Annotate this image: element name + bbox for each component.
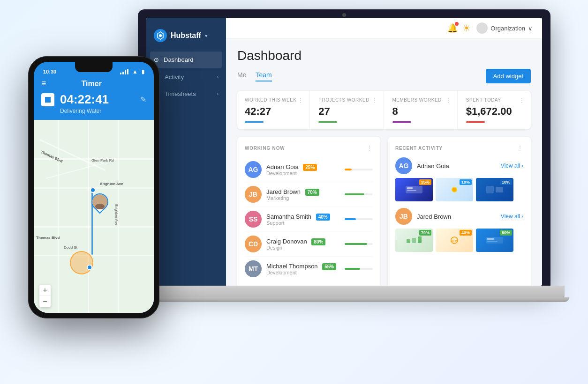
sidebar-activity-label: Activity xyxy=(165,74,184,81)
zoom-in-button[interactable]: + xyxy=(39,285,51,296)
thumb-badge-1-2: 80% xyxy=(500,230,512,236)
view-all-1[interactable]: View all › xyxy=(501,213,523,220)
add-widget-button[interactable]: Add widget xyxy=(486,69,531,83)
dashboard-area: Dashboard Me Team Add widget ⋮ WORKED TH… xyxy=(226,39,542,286)
stop-button[interactable] xyxy=(41,93,54,106)
svg-rect-2 xyxy=(406,186,422,193)
org-selector[interactable]: Organization ∨ xyxy=(476,22,533,34)
street-label-3: Brighton Ave xyxy=(100,182,123,186)
worker-name-3: Craig Donovan 80% xyxy=(266,238,340,245)
phone-status-icons: ▲ ▮ xyxy=(120,68,144,75)
menu-icon[interactable]: ≡ xyxy=(41,79,46,89)
worker-badge-4: 55% xyxy=(322,263,336,270)
stat-value-1: 42:27 xyxy=(245,105,302,118)
worker-avatar-3: CD xyxy=(245,236,262,252)
tab-me[interactable]: Me xyxy=(237,71,246,81)
stat-menu-1[interactable]: ⋮ xyxy=(297,96,304,104)
main-content: 🔔 ☀ Organization ∨ Dashboard xyxy=(226,18,542,286)
street-label-4: Brighton Ave xyxy=(114,204,119,225)
stat-value-2: 27 xyxy=(318,105,376,118)
street-label-1: Thomas Blvd xyxy=(40,150,63,163)
thumb-0-1: 10% xyxy=(436,178,473,201)
svg-text:NEW: NEW xyxy=(451,239,459,243)
phone-screen: 10:30 ▲ ▮ ≡ Timer xyxy=(34,62,154,313)
worker-dept-2: Support xyxy=(266,220,340,226)
stat-bar-3 xyxy=(392,121,411,123)
worker-name-1: Jared Brown 70% xyxy=(266,188,340,195)
stat-menu-2[interactable]: ⋮ xyxy=(371,96,378,104)
thumb-badge-0-0: 25% xyxy=(419,179,431,185)
timesheets-chevron: › xyxy=(217,91,219,96)
recent-activity-title: RECENT ACTIVITY xyxy=(395,146,443,151)
notification-dot xyxy=(455,22,459,26)
tab-team[interactable]: Team xyxy=(256,71,271,81)
phone-device: 10:30 ▲ ▮ ≡ Timer xyxy=(28,56,159,318)
battery-icon: ▮ xyxy=(142,69,144,75)
signal-icon xyxy=(120,69,128,74)
notifications-icon[interactable]: 🔔 xyxy=(447,23,458,33)
svg-point-18 xyxy=(95,204,105,209)
settings-sun-icon[interactable]: ☀ xyxy=(462,22,471,34)
stat-menu-4[interactable]: ⋮ xyxy=(519,96,525,104)
worker-badge-3: 80% xyxy=(311,238,325,245)
app-name: Hubstaff xyxy=(171,31,201,40)
laptop-screen: Hubstaff ▾ ⊙ Dashboard 〜 Activity › ⏱ Ti… xyxy=(146,18,542,286)
stat-label-2: PROJECTS WORKED xyxy=(318,97,376,103)
worker-row-4: MT Michael Thompson 55% Development xyxy=(245,257,373,281)
bottom-row: WORKING NOW ⋮ AG Adrian Goia 25% xyxy=(237,137,531,286)
stat-menu-3[interactable]: ⋮ xyxy=(445,96,452,104)
stat-spent-today: ⋮ SPENT TODAY $1,672.00 xyxy=(459,91,531,129)
stat-projects-worked: ⋮ PROJECTS WORKED 27 xyxy=(311,91,384,129)
thumb-badge-0-2: 10% xyxy=(500,179,512,185)
street-label-6: Glen Park Rd xyxy=(91,158,114,162)
stats-row: ⋮ WORKED THIS WEEK 42:27 ⋮ PROJECTS WORK… xyxy=(237,91,531,129)
worker-badge-0: 25% xyxy=(303,164,317,171)
thumb-1-0: 70% xyxy=(395,229,433,252)
laptop-base xyxy=(124,286,565,299)
phone-bezel: 10:30 ▲ ▮ ≡ Timer xyxy=(28,56,159,318)
worker-badge-1: 70% xyxy=(305,189,319,196)
tab-bar: Me Team Add widget xyxy=(237,69,531,83)
logo-chevron: ▾ xyxy=(205,33,207,38)
worker-info-3: Craig Donovan 80% Design xyxy=(266,238,340,251)
hubstaff-logo-icon xyxy=(154,29,167,42)
working-now-header: WORKING NOW ⋮ xyxy=(245,144,373,152)
worker-dept-3: Design xyxy=(266,245,340,251)
recent-activity-menu[interactable]: ⋮ xyxy=(517,144,523,152)
stat-worked-this-week: ⋮ WORKED THIS WEEK 42:27 xyxy=(237,91,310,129)
svg-rect-11 xyxy=(418,236,422,243)
worker-info-0: Adrian Goia 25% Development xyxy=(266,163,340,176)
thumb-badge-1-0: 70% xyxy=(419,230,431,236)
edit-icon[interactable]: ✎ xyxy=(140,95,146,104)
recent-activity-panel: RECENT ACTIVITY ⋮ AG Adrian Goia View al… xyxy=(388,137,531,286)
svg-rect-9 xyxy=(407,239,410,243)
stat-bar-2 xyxy=(318,121,337,123)
street-label-2: Thomas Blvd xyxy=(36,236,60,240)
activity-avatar-0: AG xyxy=(395,157,412,174)
stat-members-worked: ⋮ MEMBERS WORKED 8 xyxy=(385,91,458,129)
svg-rect-7 xyxy=(486,186,494,193)
phone-timer-area: 04:22:41 ✎ Delivering Water xyxy=(34,92,154,120)
wifi-icon: ▲ xyxy=(132,68,138,75)
zoom-out-button[interactable]: − xyxy=(39,296,51,307)
phone-title: Timer xyxy=(82,80,102,88)
svg-rect-15 xyxy=(487,238,494,240)
working-now-title: WORKING NOW xyxy=(245,146,285,151)
sidebar-item-dashboard[interactable]: ⊙ Dashboard xyxy=(150,52,222,68)
start-dot xyxy=(90,187,96,193)
thumb-0-0: 25% xyxy=(395,178,433,201)
worker-row-1: JB Jared Brown 70% Marketing xyxy=(245,182,373,207)
svg-rect-3 xyxy=(407,187,413,189)
view-all-0[interactable]: View all › xyxy=(501,162,523,169)
activity-chevron: › xyxy=(217,74,219,80)
top-bar: 🔔 ☀ Organization ∨ xyxy=(226,18,542,39)
svg-rect-8 xyxy=(496,187,503,192)
worker-info-1: Jared Brown 70% Marketing xyxy=(266,188,340,201)
thumbnails-row-1: 70% NEW 40% xyxy=(395,229,523,252)
worker-avatar-2: SS xyxy=(245,211,262,228)
org-chevron: ∨ xyxy=(528,25,533,32)
working-now-menu[interactable]: ⋮ xyxy=(366,144,373,152)
worker-bar-0 xyxy=(345,169,373,170)
org-avatar xyxy=(476,22,488,34)
worker-row-3: CD Craig Donovan 80% Design xyxy=(245,232,373,257)
